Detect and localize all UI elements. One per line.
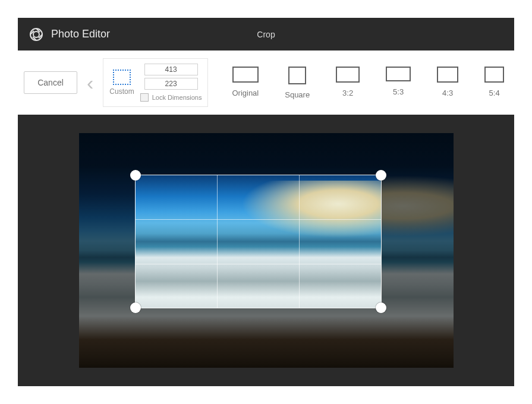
- crop-grid-line: [136, 219, 381, 220]
- aspect-ratio-label: 5:3: [393, 87, 404, 96]
- aspect-ratio-53[interactable]: 5:3: [386, 67, 411, 99]
- custom-crop-option[interactable]: Custom: [109, 70, 134, 96]
- app-title: Photo Editor: [51, 28, 110, 40]
- cancel-button[interactable]: Cancel: [24, 71, 77, 94]
- aspect-ratio-list: OriginalSquare3:25:34:35:4: [232, 67, 504, 99]
- aspect-ratio-square[interactable]: Square: [285, 67, 310, 99]
- crop-grid-line: [217, 175, 218, 308]
- aspect-ratio-label: Square: [285, 90, 310, 99]
- aspect-ratio-label: Original: [232, 89, 259, 97]
- crop-handle-bottom-right[interactable]: [376, 302, 386, 313]
- crop-toolbar: Cancel ‹ Custom Lock Dimensions Original…: [18, 50, 514, 115]
- crop-handle-top-right[interactable]: [376, 170, 386, 181]
- canvas-area: [18, 115, 514, 386]
- aspect-ratio-icon: [386, 67, 411, 81]
- aspect-ratio-label: 5:4: [489, 89, 500, 97]
- app-logo-icon: [29, 27, 44, 42]
- crop-grid-line: [136, 264, 381, 264]
- app-header: Photo Editor Crop: [18, 18, 514, 50]
- aspect-ratio-icon: [336, 67, 360, 83]
- crop-grid-line: [299, 175, 300, 308]
- custom-dimension-fields: Lock Dimensions: [140, 64, 202, 102]
- svg-point-1: [33, 31, 39, 37]
- app-frame: Photo Editor Crop Cancel ‹ Custom Lock D…: [0, 0, 532, 404]
- custom-crop-icon: [113, 70, 131, 85]
- lock-dimensions-checkbox[interactable]: [140, 93, 149, 102]
- app-window: Photo Editor Crop Cancel ‹ Custom Lock D…: [18, 18, 514, 386]
- crop-width-input[interactable]: [144, 64, 198, 75]
- aspect-ratio-label: 3:2: [342, 89, 353, 97]
- crop-cloud-decoration: [238, 181, 381, 239]
- crop-handle-top-left[interactable]: [130, 170, 141, 181]
- aspect-ratio-43[interactable]: 4:3: [437, 67, 458, 99]
- aspect-ratio-54[interactable]: 5:4: [484, 67, 504, 99]
- svg-point-0: [30, 29, 42, 40]
- aspect-ratio-original[interactable]: Original: [232, 67, 259, 99]
- crop-rectangle[interactable]: [136, 175, 381, 308]
- lock-dimensions-row: Lock Dimensions: [140, 93, 202, 102]
- image-stage[interactable]: [79, 133, 454, 368]
- crop-height-input[interactable]: [144, 78, 198, 90]
- aspect-ratio-icon: [232, 67, 259, 83]
- crop-handle-bottom-left[interactable]: [130, 302, 141, 313]
- aspect-ratio-32[interactable]: 3:2: [336, 67, 360, 99]
- aspect-ratio-label: 4:3: [442, 89, 453, 97]
- lock-dimensions-label: Lock Dimensions: [152, 94, 202, 101]
- aspect-ratio-icon: [288, 67, 306, 84]
- aspect-ratio-icon: [484, 67, 504, 83]
- custom-crop-panel: Custom Lock Dimensions: [103, 58, 208, 107]
- header-mode-label: Crop: [257, 30, 275, 39]
- aspect-ratio-icon: [437, 67, 458, 83]
- chevron-left-icon[interactable]: ‹: [84, 71, 96, 94]
- custom-crop-label: Custom: [109, 87, 134, 96]
